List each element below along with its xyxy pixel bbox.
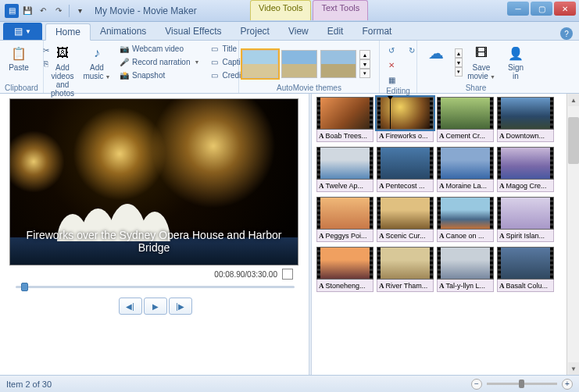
rotate-left-button[interactable]: ↺ [383, 44, 400, 56]
webcam-video-button[interactable]: 📷Webcam video [116, 42, 202, 55]
tab-format[interactable]: Format [352, 23, 401, 40]
contextual-tab-video-tools[interactable]: Video Tools [250, 0, 311, 20]
clip-caption[interactable]: ARiver Tham... [377, 280, 434, 292]
seek-slider[interactable] [16, 286, 295, 288]
clip-caption[interactable]: ATwelve Ap... [316, 180, 373, 192]
content-area: Fireworks over the Sydney Opera House an… [0, 94, 579, 375]
clip-thumbnail[interactable] [437, 97, 494, 130]
play-button[interactable]: ▶ [144, 298, 167, 315]
clip-caption[interactable]: ACement Cr... [437, 130, 494, 142]
clip-thumbnail[interactable] [316, 197, 373, 230]
select-all-icon: ▦ [386, 74, 397, 85]
share-expand[interactable]: ▾ [455, 67, 463, 77]
prev-frame-button[interactable]: ◀| [119, 298, 142, 315]
tab-project[interactable]: Project [231, 23, 279, 40]
automovie-theme-3[interactable] [320, 50, 356, 78]
fullscreen-button[interactable] [282, 269, 293, 280]
clip-caption[interactable]: ATal-y-llyn L... [437, 280, 494, 292]
clip-item: ADowntown... [497, 97, 554, 142]
automovie-theme-2[interactable] [281, 50, 317, 78]
tab-view[interactable]: View [279, 23, 318, 40]
clip-thumbnail[interactable] [377, 247, 434, 280]
statusbar: Item 2 of 30 − + [0, 375, 579, 392]
clip-caption[interactable]: APeggys Poi... [316, 230, 373, 242]
tab-edit[interactable]: Edit [318, 23, 353, 40]
theme-scroll-down[interactable]: ▼ [359, 59, 370, 69]
next-frame-button[interactable]: |▶ [169, 298, 192, 315]
scroll-down-button[interactable]: ▼ [568, 362, 579, 375]
clip-caption[interactable]: ADowntown... [497, 130, 554, 142]
clip-thumbnail[interactable] [377, 97, 434, 130]
scrollbar-thumb[interactable] [568, 117, 579, 164]
playhead[interactable] [390, 98, 391, 129]
share-onedrive-button[interactable]: ☁ [420, 42, 452, 65]
storyboard-row: AStoneheng...ARiver Tham...ATal-y-llyn L… [313, 247, 577, 292]
rotate-left-icon: ↺ [386, 45, 397, 55]
clip-thumbnail[interactable] [437, 197, 494, 230]
share-scroll-up[interactable]: ▲ [455, 48, 463, 58]
clip-item: AFireworks o... [377, 97, 434, 142]
tab-visual-effects[interactable]: Visual Effects [155, 23, 231, 40]
undo-icon[interactable]: ↶ [36, 4, 50, 18]
automovie-theme-1[interactable] [242, 50, 278, 78]
zoom-thumb[interactable] [519, 380, 524, 388]
clip-thumbnail[interactable] [437, 147, 494, 180]
clip-thumbnail[interactable] [316, 147, 373, 180]
clip-thumbnail[interactable] [316, 97, 373, 130]
clip-thumbnail[interactable] [497, 97, 554, 130]
theme-scroll-up[interactable]: ▲ [359, 50, 370, 59]
add-videos-photos-button[interactable]: 🖼 Add videos and photos [47, 42, 78, 99]
remove-button[interactable]: ✕ [383, 59, 400, 71]
maximize-button[interactable]: ▢ [531, 2, 552, 16]
sign-in-button[interactable]: 👤 Sign in [500, 42, 531, 82]
record-narration-button[interactable]: 🎤Record narration▼ [116, 55, 202, 68]
clip-caption[interactable]: ABoab Trees... [316, 130, 373, 142]
seek-thumb[interactable] [21, 283, 28, 291]
save-icon[interactable]: 💾 [20, 4, 34, 18]
clip-caption[interactable]: AMoraine La... [437, 180, 494, 192]
clip-thumbnail[interactable] [377, 197, 434, 230]
clip-thumbnail[interactable] [497, 247, 554, 280]
contextual-tab-text-tools[interactable]: Text Tools [313, 0, 368, 20]
storyboard-scrollbar[interactable]: ▲ ▼ [566, 94, 579, 375]
save-movie-button[interactable]: 🎞 Save movie▼ [466, 42, 497, 82]
clip-caption[interactable]: AFireworks o... [377, 130, 434, 142]
storyboard-row: ATwelve Ap...APentecost ...AMoraine La..… [313, 147, 577, 192]
clip-caption[interactable]: ABasalt Colu... [497, 280, 554, 292]
add-music-button[interactable]: ♪ Add music▼ [81, 42, 113, 82]
paste-button[interactable]: 📋 Paste [3, 42, 34, 73]
qat-customize-icon[interactable]: ▾ [73, 4, 87, 18]
zoom-slider[interactable] [487, 383, 557, 385]
theme-expand[interactable]: ▾ [359, 69, 370, 78]
delete-icon: ✕ [386, 59, 397, 70]
share-scroll-down[interactable]: ▼ [455, 58, 463, 67]
clip-thumbnail[interactable] [316, 247, 373, 280]
minimize-button[interactable]: ─ [507, 2, 529, 16]
clip-thumbnail[interactable] [497, 197, 554, 230]
file-menu-button[interactable]: ▤▼ [3, 23, 42, 40]
redo-icon[interactable]: ↷ [52, 4, 66, 18]
clip-thumbnail[interactable] [437, 247, 494, 280]
select-all-button[interactable]: ▦ [383, 73, 400, 86]
help-button[interactable]: ? [560, 27, 573, 40]
clip-caption[interactable]: AScenic Cur... [377, 230, 434, 242]
zoom-in-button[interactable]: + [562, 379, 573, 390]
ribbon: 📋 Paste ✂ ⎘ Clipboard 🖼 Add videos and p… [0, 41, 579, 94]
snapshot-button[interactable]: 📸Snapshot [116, 69, 202, 81]
preview-player[interactable]: Fireworks over the Sydney Opera House an… [9, 98, 298, 265]
clip-thumbnail[interactable] [497, 147, 554, 180]
zoom-out-button[interactable]: − [471, 379, 482, 390]
storyboard-row: APeggys Poi...AScenic Cur...ACanoe on ..… [313, 197, 577, 242]
clip-thumbnail[interactable] [377, 147, 434, 180]
clip-caption[interactable]: ASpirit Islan... [497, 230, 554, 242]
scroll-up-button[interactable]: ▲ [568, 94, 579, 106]
clip-caption[interactable]: AStoneheng... [316, 280, 373, 292]
preview-caption: Fireworks over the Sydney Opera House an… [10, 229, 298, 254]
tab-home[interactable]: Home [45, 23, 91, 41]
tab-animations[interactable]: Animations [91, 23, 155, 40]
app-menu-icon[interactable]: ▤ [5, 4, 19, 18]
clip-caption[interactable]: ACanoe on ... [437, 230, 494, 242]
clip-caption[interactable]: APentecost ... [377, 180, 434, 192]
clip-caption[interactable]: AMagog Cre... [497, 180, 554, 192]
close-button[interactable]: ✕ [554, 2, 576, 16]
